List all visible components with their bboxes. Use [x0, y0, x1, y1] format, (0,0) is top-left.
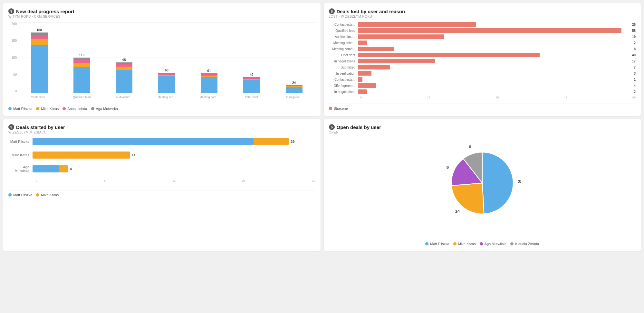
user-name-label: Aga Mutwicka: [8, 165, 33, 173]
horiz-bar-fill: [358, 71, 372, 76]
horiz-bar-label: In negotiations: [329, 60, 358, 63]
panel-deals-lost: $ Deals lost by user and reason LOST · W…: [324, 3, 641, 116]
bar-group: 95Audit/estim...: [116, 58, 132, 93]
horiz-bar-track: [358, 65, 632, 69]
horiz-bar-label: Contact esta...: [329, 23, 358, 26]
panel-new-deal-progress: $ New deal progress report W TYM ROKU · …: [3, 3, 321, 116]
horiz-bar-label: Meeting comp...: [329, 47, 358, 51]
bar-segment: [31, 39, 48, 45]
bar-segment: [286, 87, 303, 93]
horiz-bar-label: Offer sent: [329, 53, 358, 57]
horiz-bar-row: Qualified lead58: [329, 28, 636, 33]
horiz-bar-row: Offer sent40: [329, 53, 636, 57]
bar-total-label: 110: [79, 53, 84, 57]
horiz-bar-fill: [358, 34, 444, 39]
legend-label: Matt Pliszka: [13, 193, 32, 197]
legend-dot: [8, 193, 12, 197]
horiz-bar-track: [358, 71, 632, 76]
bar-group: 110Qualified lead: [73, 53, 90, 93]
user-bar-row: Aga Mutwicka4: [8, 165, 315, 173]
legend-dot: [425, 242, 428, 245]
panel-deals-started: $ Deals started by user W ZESZŁYM MIESIĄ…: [3, 119, 321, 251]
bar-stack: [73, 58, 90, 93]
legend-label: Mike Karas: [41, 193, 59, 197]
horiz-bar-label: Submitted: [329, 66, 358, 69]
horiz-bar-row: Audit/estima...19: [329, 34, 636, 39]
legend-dot: [453, 242, 457, 245]
bar-segment: [31, 45, 48, 93]
y-label: 50: [9, 73, 17, 76]
dashboard: $ New deal progress report W TYM ROKU · …: [3, 3, 641, 251]
user-bar-group: 4: [33, 165, 315, 172]
panel-open-deals: $ Open deals by user OPEN 281496 Matt Pl…: [324, 119, 641, 251]
legend-dot: [480, 242, 483, 245]
stacked-chart: 200150100500 188Contact est...110Qualifi…: [18, 22, 315, 99]
legend-item: Mike Karas: [36, 107, 59, 111]
bar-segment: [116, 64, 132, 67]
x-axis-label: 32: [312, 179, 315, 182]
legend-dot: [62, 107, 66, 110]
horiz-chart: Contact esta...26Qualified lead58Audit/e…: [329, 22, 636, 94]
legend-item: Aga Mutwicka: [480, 242, 506, 246]
bar-x-label: In negotiat...: [286, 96, 302, 99]
horiz-bar-fill: [358, 22, 476, 27]
x-axis-label: 15: [427, 96, 430, 99]
pie-value-label: 14: [455, 209, 460, 214]
horiz-bar-value: 26: [632, 23, 636, 26]
horiz-bar-row: Contact esta...1: [329, 77, 636, 82]
horiz-bar-label: Offer/agreem...: [329, 84, 358, 87]
legend-dot: [510, 242, 514, 245]
y-label: 200: [9, 22, 17, 26]
panel1-legend: Matt PliszkaMike KarasAnna HebdaAga Mutw…: [8, 104, 315, 111]
user-name-label: Matt Pliszka: [8, 140, 33, 143]
horiz-bar-row: Meeting sche...2: [329, 41, 636, 45]
horiz-bar-fill: [358, 41, 367, 45]
legend-dot: [36, 107, 39, 110]
legend-label: Matt Pliszka: [430, 242, 449, 246]
legend-item: Matt Pliszka: [8, 193, 32, 197]
horiz-bar-label: Meeting sche...: [329, 41, 358, 45]
horiz-bar-track: [358, 53, 630, 57]
horiz-bar-value: 40: [632, 53, 636, 57]
horiz-bar-value: 4: [634, 84, 636, 87]
bar-group: 61Meeting com...: [201, 69, 217, 93]
user-bar-seg: [33, 165, 59, 172]
user-bar-chart: Matt Pliszka29Mike Karas11Aga Mutwicka4: [8, 138, 315, 173]
legend-item: Matt Pliszka: [8, 107, 32, 111]
bar-stack: [201, 73, 217, 93]
bar-row-inner: 4: [33, 165, 315, 172]
bar-segment: [73, 67, 90, 93]
horiz-bar-row: In negotiations2: [329, 89, 636, 94]
legend-item: Anna Hebda: [62, 107, 87, 111]
bar-row-inner: 11: [33, 152, 315, 159]
panel3-legend: Matt PliszkaMike Karas: [8, 190, 315, 197]
horiz-bar-value: 7: [634, 66, 636, 69]
user-bar-row: Mike Karas11: [8, 152, 315, 159]
horiz-bar-track: [358, 47, 632, 51]
horiz-bar-row: Offer/agreem...4: [329, 83, 636, 88]
horiz-bar-fill: [358, 28, 621, 33]
horiz-bar-label: In negotiations: [329, 90, 358, 94]
user-bar-seg: [254, 138, 289, 145]
dollar-icon-4: $: [329, 124, 335, 130]
pie-container: 281496: [329, 138, 636, 235]
legend-label: Klaudia Żmuda: [515, 242, 539, 246]
bar-segment: [158, 76, 175, 93]
bar-group: 188Contact est...: [31, 28, 48, 93]
pie-wrapper: 281496: [440, 144, 524, 228]
y-label: 150: [9, 39, 17, 42]
dollar-icon-1: $: [8, 8, 14, 14]
bar-total-label: 188: [37, 28, 42, 32]
horiz-bar-value: 19: [632, 35, 636, 39]
horiz-bar-value: 58: [632, 29, 636, 32]
legend-item: Matt Pliszka: [425, 242, 449, 246]
legend-label: Anna Hebda: [67, 107, 87, 111]
horiz-bar-row: In negotiations17: [329, 59, 636, 63]
horiz-bar-track: [358, 28, 630, 33]
panel3-title: $ Deals started by user: [8, 124, 315, 130]
user-bar-count: 11: [132, 153, 136, 157]
user-bar-group: 11: [33, 152, 315, 159]
bar-total-label: 63: [165, 69, 168, 72]
horiz-bar-row: Meeting comp...8: [329, 47, 636, 51]
legend-label: Matt Pliszka: [13, 107, 32, 111]
